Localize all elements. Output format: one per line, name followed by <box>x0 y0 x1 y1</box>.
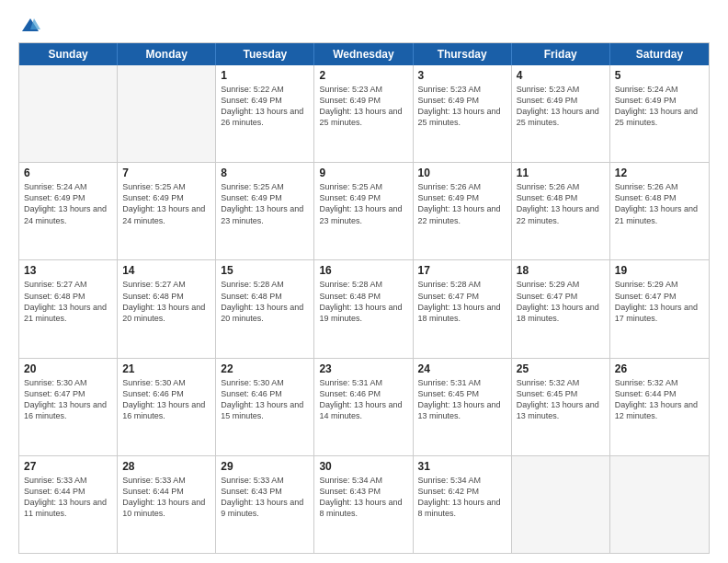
weekday-header-monday: Monday <box>118 43 216 65</box>
day-number: 16 <box>319 264 407 277</box>
day-cell-11: 11Sunrise: 5:26 AM Sunset: 6:48 PM Dayli… <box>512 163 610 259</box>
page: SundayMondayTuesdayWednesdayThursdayFrid… <box>0 0 728 563</box>
day-number: 24 <box>418 362 506 375</box>
empty-cell <box>118 65 216 162</box>
day-number: 9 <box>319 167 407 179</box>
day-number: 4 <box>517 69 605 82</box>
weekday-header-thursday: Thursday <box>414 43 512 65</box>
calendar-row-3: 13Sunrise: 5:27 AM Sunset: 6:48 PM Dayli… <box>19 259 709 357</box>
day-number: 3 <box>418 69 506 82</box>
day-info: Sunrise: 5:33 AM Sunset: 6:43 PM Dayligh… <box>221 475 309 520</box>
day-info: Sunrise: 5:31 AM Sunset: 6:46 PM Dayligh… <box>319 377 407 422</box>
day-cell-16: 16Sunrise: 5:28 AM Sunset: 6:48 PM Dayli… <box>314 260 413 357</box>
day-info: Sunrise: 5:32 AM Sunset: 6:44 PM Dayligh… <box>615 377 704 422</box>
day-number: 28 <box>122 460 210 473</box>
day-cell-2: 2Sunrise: 5:23 AM Sunset: 6:49 PM Daylig… <box>314 65 413 162</box>
day-number: 23 <box>319 362 407 375</box>
day-cell-20: 20Sunrise: 5:30 AM Sunset: 6:47 PM Dayli… <box>19 359 118 455</box>
day-number: 11 <box>517 167 605 179</box>
day-info: Sunrise: 5:34 AM Sunset: 6:43 PM Dayligh… <box>319 475 407 520</box>
day-number: 14 <box>122 264 210 277</box>
day-number: 13 <box>24 264 112 277</box>
day-cell-13: 13Sunrise: 5:27 AM Sunset: 6:48 PM Dayli… <box>19 260 118 357</box>
calendar-row-5: 27Sunrise: 5:33 AM Sunset: 6:44 PM Dayli… <box>19 455 709 553</box>
day-cell-26: 26Sunrise: 5:32 AM Sunset: 6:44 PM Dayli… <box>610 359 709 455</box>
day-number: 5 <box>615 69 704 82</box>
day-cell-15: 15Sunrise: 5:28 AM Sunset: 6:48 PM Dayli… <box>216 260 314 357</box>
day-number: 30 <box>319 460 407 473</box>
calendar: SundayMondayTuesdayWednesdayThursdayFrid… <box>18 42 710 554</box>
day-number: 29 <box>221 460 309 473</box>
day-number: 19 <box>615 264 704 277</box>
day-number: 7 <box>122 167 210 179</box>
weekday-header-saturday: Saturday <box>610 43 709 65</box>
day-info: Sunrise: 5:31 AM Sunset: 6:45 PM Dayligh… <box>418 377 506 422</box>
day-number: 8 <box>221 167 309 179</box>
day-number: 6 <box>24 167 112 179</box>
day-info: Sunrise: 5:30 AM Sunset: 6:47 PM Dayligh… <box>24 377 112 422</box>
day-info: Sunrise: 5:23 AM Sunset: 6:49 PM Dayligh… <box>418 84 506 129</box>
day-number: 26 <box>615 362 704 375</box>
day-cell-1: 1Sunrise: 5:22 AM Sunset: 6:49 PM Daylig… <box>216 65 314 162</box>
day-cell-19: 19Sunrise: 5:29 AM Sunset: 6:47 PM Dayli… <box>610 260 709 357</box>
day-info: Sunrise: 5:26 AM Sunset: 6:48 PM Dayligh… <box>615 181 704 226</box>
day-cell-27: 27Sunrise: 5:33 AM Sunset: 6:44 PM Dayli… <box>19 456 118 553</box>
day-info: Sunrise: 5:27 AM Sunset: 6:48 PM Dayligh… <box>122 279 210 324</box>
day-number: 25 <box>517 362 605 375</box>
day-info: Sunrise: 5:23 AM Sunset: 6:49 PM Dayligh… <box>319 84 407 129</box>
day-info: Sunrise: 5:30 AM Sunset: 6:46 PM Dayligh… <box>221 377 309 422</box>
day-number: 31 <box>418 460 506 473</box>
day-info: Sunrise: 5:25 AM Sunset: 6:49 PM Dayligh… <box>319 181 407 226</box>
day-info: Sunrise: 5:32 AM Sunset: 6:45 PM Dayligh… <box>517 377 605 422</box>
logo-icon <box>20 17 40 33</box>
day-cell-12: 12Sunrise: 5:26 AM Sunset: 6:48 PM Dayli… <box>610 163 709 259</box>
day-cell-25: 25Sunrise: 5:32 AM Sunset: 6:45 PM Dayli… <box>512 359 610 455</box>
day-cell-10: 10Sunrise: 5:26 AM Sunset: 6:49 PM Dayli… <box>414 163 512 259</box>
empty-cell <box>19 65 118 162</box>
day-cell-3: 3Sunrise: 5:23 AM Sunset: 6:49 PM Daylig… <box>414 65 512 162</box>
day-info: Sunrise: 5:28 AM Sunset: 6:48 PM Dayligh… <box>221 279 309 324</box>
day-number: 15 <box>221 264 309 277</box>
empty-cell <box>610 456 709 553</box>
day-info: Sunrise: 5:28 AM Sunset: 6:47 PM Dayligh… <box>418 279 506 324</box>
day-cell-21: 21Sunrise: 5:30 AM Sunset: 6:46 PM Dayli… <box>118 359 216 455</box>
day-info: Sunrise: 5:26 AM Sunset: 6:49 PM Dayligh… <box>418 181 506 226</box>
weekday-header-tuesday: Tuesday <box>216 43 314 65</box>
day-info: Sunrise: 5:28 AM Sunset: 6:48 PM Dayligh… <box>319 279 407 324</box>
day-cell-29: 29Sunrise: 5:33 AM Sunset: 6:43 PM Dayli… <box>216 456 314 553</box>
day-cell-22: 22Sunrise: 5:30 AM Sunset: 6:46 PM Dayli… <box>216 359 314 455</box>
day-cell-5: 5Sunrise: 5:24 AM Sunset: 6:49 PM Daylig… <box>610 65 709 162</box>
day-number: 18 <box>517 264 605 277</box>
day-cell-17: 17Sunrise: 5:28 AM Sunset: 6:47 PM Dayli… <box>414 260 512 357</box>
weekday-header-friday: Friday <box>512 43 610 65</box>
day-cell-8: 8Sunrise: 5:25 AM Sunset: 6:49 PM Daylig… <box>216 163 314 259</box>
day-info: Sunrise: 5:29 AM Sunset: 6:47 PM Dayligh… <box>615 279 704 324</box>
day-info: Sunrise: 5:27 AM Sunset: 6:48 PM Dayligh… <box>24 279 112 324</box>
day-cell-14: 14Sunrise: 5:27 AM Sunset: 6:48 PM Dayli… <box>118 260 216 357</box>
day-info: Sunrise: 5:33 AM Sunset: 6:44 PM Dayligh… <box>24 475 112 520</box>
day-info: Sunrise: 5:22 AM Sunset: 6:49 PM Dayligh… <box>221 84 309 129</box>
calendar-row-2: 6Sunrise: 5:24 AM Sunset: 6:49 PM Daylig… <box>19 162 709 259</box>
day-number: 20 <box>24 362 112 375</box>
day-info: Sunrise: 5:33 AM Sunset: 6:44 PM Dayligh… <box>122 475 210 520</box>
day-info: Sunrise: 5:24 AM Sunset: 6:49 PM Dayligh… <box>24 181 112 226</box>
day-cell-7: 7Sunrise: 5:25 AM Sunset: 6:49 PM Daylig… <box>118 163 216 259</box>
day-cell-28: 28Sunrise: 5:33 AM Sunset: 6:44 PM Dayli… <box>118 456 216 553</box>
day-number: 22 <box>221 362 309 375</box>
day-number: 12 <box>615 167 704 179</box>
day-number: 21 <box>122 362 210 375</box>
weekday-header-wednesday: Wednesday <box>314 43 413 65</box>
day-number: 27 <box>24 460 112 473</box>
calendar-body: 1Sunrise: 5:22 AM Sunset: 6:49 PM Daylig… <box>19 65 709 553</box>
day-cell-23: 23Sunrise: 5:31 AM Sunset: 6:46 PM Dayli… <box>314 359 413 455</box>
empty-cell <box>512 456 610 553</box>
day-cell-6: 6Sunrise: 5:24 AM Sunset: 6:49 PM Daylig… <box>19 163 118 259</box>
day-info: Sunrise: 5:25 AM Sunset: 6:49 PM Dayligh… <box>221 181 309 226</box>
day-cell-4: 4Sunrise: 5:23 AM Sunset: 6:49 PM Daylig… <box>512 65 610 162</box>
day-info: Sunrise: 5:26 AM Sunset: 6:48 PM Dayligh… <box>517 181 605 226</box>
day-info: Sunrise: 5:25 AM Sunset: 6:49 PM Dayligh… <box>122 181 210 226</box>
day-number: 10 <box>418 167 506 179</box>
day-info: Sunrise: 5:34 AM Sunset: 6:42 PM Dayligh… <box>418 475 506 520</box>
day-info: Sunrise: 5:29 AM Sunset: 6:47 PM Dayligh… <box>517 279 605 324</box>
calendar-row-1: 1Sunrise: 5:22 AM Sunset: 6:49 PM Daylig… <box>19 65 709 162</box>
